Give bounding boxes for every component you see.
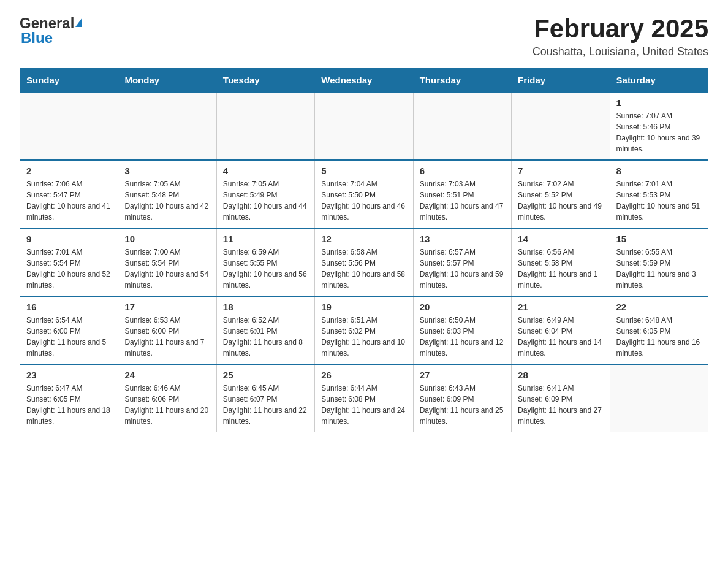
calendar-cell: 5Sunrise: 7:04 AM Sunset: 5:50 PM Daylig… (315, 160, 413, 228)
day-info: Sunrise: 7:01 AM Sunset: 5:54 PM Dayligh… (26, 247, 112, 291)
calendar-cell (216, 92, 314, 160)
logo-blue-text: Blue (20, 29, 53, 47)
calendar-cell: 8Sunrise: 7:01 AM Sunset: 5:53 PM Daylig… (610, 160, 708, 228)
day-number: 26 (321, 370, 406, 380)
day-info: Sunrise: 6:53 AM Sunset: 6:00 PM Dayligh… (124, 315, 210, 359)
day-number: 18 (223, 302, 308, 312)
day-number: 13 (420, 234, 505, 244)
logo: General Blue (20, 15, 82, 47)
day-info: Sunrise: 6:56 AM Sunset: 5:58 PM Dayligh… (518, 247, 603, 291)
day-info: Sunrise: 7:00 AM Sunset: 5:54 PM Dayligh… (124, 247, 210, 291)
calendar-cell: 28Sunrise: 6:41 AM Sunset: 6:09 PM Dayli… (512, 364, 610, 432)
day-number: 20 (420, 302, 505, 312)
day-number: 24 (124, 370, 210, 380)
calendar-header-friday: Friday (512, 69, 610, 93)
title-block: February 2025 Coushatta, Louisiana, Unit… (533, 15, 708, 58)
calendar-cell: 20Sunrise: 6:50 AM Sunset: 6:03 PM Dayli… (413, 296, 511, 364)
calendar-header-row: SundayMondayTuesdayWednesdayThursdayFrid… (20, 69, 708, 93)
day-number: 7 (518, 166, 603, 176)
day-info: Sunrise: 7:03 AM Sunset: 5:51 PM Dayligh… (420, 178, 505, 223)
day-info: Sunrise: 6:48 AM Sunset: 6:05 PM Dayligh… (616, 315, 702, 359)
day-info: Sunrise: 6:46 AM Sunset: 6:06 PM Dayligh… (124, 383, 210, 427)
calendar-cell: 22Sunrise: 6:48 AM Sunset: 6:05 PM Dayli… (610, 296, 708, 364)
calendar-header-thursday: Thursday (413, 69, 511, 93)
day-number: 6 (420, 166, 505, 176)
day-info: Sunrise: 6:52 AM Sunset: 6:01 PM Dayligh… (223, 315, 308, 359)
calendar-cell: 23Sunrise: 6:47 AM Sunset: 6:05 PM Dayli… (20, 364, 118, 432)
calendar-header-sunday: Sunday (20, 69, 118, 93)
calendar-table: SundayMondayTuesdayWednesdayThursdayFrid… (20, 68, 708, 432)
calendar-cell (118, 92, 216, 160)
day-number: 3 (124, 166, 210, 176)
calendar-header-saturday: Saturday (610, 69, 708, 93)
calendar-cell: 7Sunrise: 7:02 AM Sunset: 5:52 PM Daylig… (512, 160, 610, 228)
day-number: 16 (26, 302, 112, 312)
calendar-cell: 14Sunrise: 6:56 AM Sunset: 5:58 PM Dayli… (512, 228, 610, 296)
calendar-cell: 26Sunrise: 6:44 AM Sunset: 6:08 PM Dayli… (315, 364, 413, 432)
calendar-week-3: 9Sunrise: 7:01 AM Sunset: 5:54 PM Daylig… (20, 228, 708, 296)
calendar-week-5: 23Sunrise: 6:47 AM Sunset: 6:05 PM Dayli… (20, 364, 708, 432)
day-info: Sunrise: 6:47 AM Sunset: 6:05 PM Dayligh… (26, 383, 112, 427)
day-number: 21 (518, 302, 603, 312)
calendar-cell: 21Sunrise: 6:49 AM Sunset: 6:04 PM Dayli… (512, 296, 610, 364)
calendar-cell: 24Sunrise: 6:46 AM Sunset: 6:06 PM Dayli… (118, 364, 216, 432)
calendar-cell: 11Sunrise: 6:59 AM Sunset: 5:55 PM Dayli… (216, 228, 314, 296)
day-info: Sunrise: 6:59 AM Sunset: 5:55 PM Dayligh… (223, 247, 308, 291)
day-number: 5 (321, 166, 406, 176)
calendar-cell: 12Sunrise: 6:58 AM Sunset: 5:56 PM Dayli… (315, 228, 413, 296)
calendar-cell: 17Sunrise: 6:53 AM Sunset: 6:00 PM Dayli… (118, 296, 216, 364)
calendar-cell: 18Sunrise: 6:52 AM Sunset: 6:01 PM Dayli… (216, 296, 314, 364)
calendar-week-4: 16Sunrise: 6:54 AM Sunset: 6:00 PM Dayli… (20, 296, 708, 364)
calendar-cell: 1Sunrise: 7:07 AM Sunset: 5:46 PM Daylig… (610, 92, 708, 160)
day-number: 27 (420, 370, 505, 380)
calendar-cell: 4Sunrise: 7:05 AM Sunset: 5:49 PM Daylig… (216, 160, 314, 228)
day-info: Sunrise: 6:45 AM Sunset: 6:07 PM Dayligh… (223, 383, 308, 427)
page-title: February 2025 (533, 15, 708, 43)
day-info: Sunrise: 7:07 AM Sunset: 5:46 PM Dayligh… (616, 110, 702, 155)
calendar-cell: 10Sunrise: 7:00 AM Sunset: 5:54 PM Dayli… (118, 228, 216, 296)
calendar-cell (512, 92, 610, 160)
day-info: Sunrise: 7:05 AM Sunset: 5:48 PM Dayligh… (124, 178, 210, 223)
day-info: Sunrise: 6:44 AM Sunset: 6:08 PM Dayligh… (321, 383, 406, 427)
calendar-cell: 16Sunrise: 6:54 AM Sunset: 6:00 PM Dayli… (20, 296, 118, 364)
page-header: General Blue February 2025 Coushatta, Lo… (20, 15, 708, 58)
calendar-cell: 9Sunrise: 7:01 AM Sunset: 5:54 PM Daylig… (20, 228, 118, 296)
day-info: Sunrise: 6:41 AM Sunset: 6:09 PM Dayligh… (518, 383, 603, 427)
day-number: 22 (616, 302, 702, 312)
day-info: Sunrise: 6:50 AM Sunset: 6:03 PM Dayligh… (420, 315, 505, 359)
day-number: 1 (616, 98, 702, 108)
calendar-cell (413, 92, 511, 160)
calendar-cell: 15Sunrise: 6:55 AM Sunset: 5:59 PM Dayli… (610, 228, 708, 296)
page-subtitle: Coushatta, Louisiana, United States (533, 45, 708, 58)
day-info: Sunrise: 6:58 AM Sunset: 5:56 PM Dayligh… (321, 247, 406, 291)
calendar-cell: 6Sunrise: 7:03 AM Sunset: 5:51 PM Daylig… (413, 160, 511, 228)
calendar-cell (315, 92, 413, 160)
calendar-header-wednesday: Wednesday (315, 69, 413, 93)
day-number: 19 (321, 302, 406, 312)
calendar-week-1: 1Sunrise: 7:07 AM Sunset: 5:46 PM Daylig… (20, 92, 708, 160)
day-info: Sunrise: 6:57 AM Sunset: 5:57 PM Dayligh… (420, 247, 505, 291)
day-number: 11 (223, 234, 308, 244)
day-number: 4 (223, 166, 308, 176)
calendar-cell: 25Sunrise: 6:45 AM Sunset: 6:07 PM Dayli… (216, 364, 314, 432)
day-info: Sunrise: 6:55 AM Sunset: 5:59 PM Dayligh… (616, 247, 702, 291)
day-info: Sunrise: 7:01 AM Sunset: 5:53 PM Dayligh… (616, 178, 702, 223)
day-number: 2 (26, 166, 112, 176)
day-number: 25 (223, 370, 308, 380)
day-number: 14 (518, 234, 603, 244)
calendar-cell: 3Sunrise: 7:05 AM Sunset: 5:48 PM Daylig… (118, 160, 216, 228)
day-info: Sunrise: 7:06 AM Sunset: 5:47 PM Dayligh… (26, 178, 112, 223)
day-number: 12 (321, 234, 406, 244)
day-info: Sunrise: 6:49 AM Sunset: 6:04 PM Dayligh… (518, 315, 603, 359)
day-number: 10 (124, 234, 210, 244)
day-number: 9 (26, 234, 112, 244)
logo-triangle-icon (75, 18, 82, 27)
day-info: Sunrise: 7:02 AM Sunset: 5:52 PM Dayligh… (518, 178, 603, 223)
day-info: Sunrise: 6:43 AM Sunset: 6:09 PM Dayligh… (420, 383, 505, 427)
calendar-cell: 19Sunrise: 6:51 AM Sunset: 6:02 PM Dayli… (315, 296, 413, 364)
calendar-cell: 2Sunrise: 7:06 AM Sunset: 5:47 PM Daylig… (20, 160, 118, 228)
calendar-cell: 27Sunrise: 6:43 AM Sunset: 6:09 PM Dayli… (413, 364, 511, 432)
calendar-cell: 13Sunrise: 6:57 AM Sunset: 5:57 PM Dayli… (413, 228, 511, 296)
day-info: Sunrise: 7:04 AM Sunset: 5:50 PM Dayligh… (321, 178, 406, 223)
day-info: Sunrise: 6:51 AM Sunset: 6:02 PM Dayligh… (321, 315, 406, 359)
